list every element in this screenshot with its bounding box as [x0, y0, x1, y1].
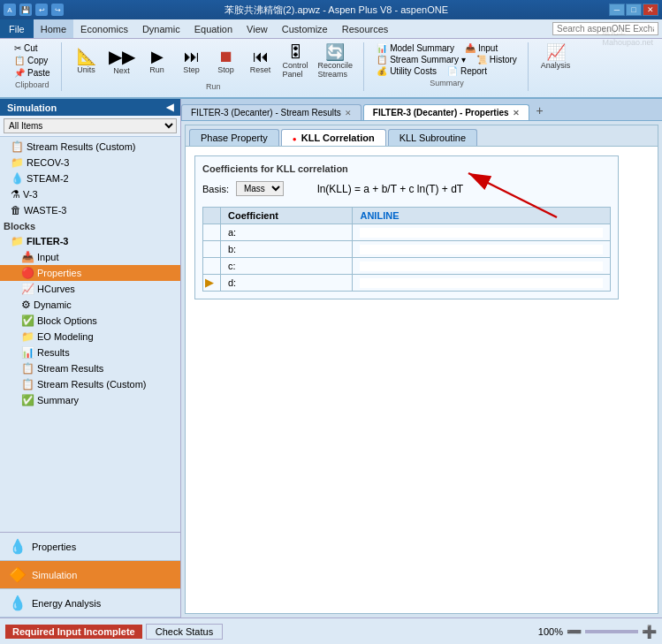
tree-item-recov3[interactable]: 📁 RECOV-3	[0, 155, 180, 170]
sidebar-collapse-icon[interactable]: ◀	[166, 102, 173, 113]
units-button[interactable]: 📐 Units	[71, 47, 103, 76]
table-row: a:	[203, 224, 611, 241]
coeff-b-value[interactable]	[353, 241, 611, 258]
minimize-button[interactable]: ─	[609, 4, 625, 16]
tab-stream-results-close[interactable]: ✕	[345, 109, 352, 117]
tree-item-eo-modeling[interactable]: 📁 EO Modeling	[0, 329, 180, 345]
undo-icon: ↩	[35, 4, 48, 16]
zoom-out-button[interactable]: ➖	[567, 625, 582, 639]
coeff-c-value[interactable]	[353, 258, 611, 275]
menu-file[interactable]: File	[0, 19, 34, 38]
sidebar: Simulation ◀ All Items Blocks Streams 📋 …	[0, 99, 181, 617]
menu-equation[interactable]: Equation	[187, 19, 240, 38]
history-button[interactable]: 📜History	[473, 54, 521, 65]
eo-modeling-icon: 📁	[21, 330, 34, 343]
zoom-in-button[interactable]: ➕	[642, 625, 657, 639]
table-row: ▶ d:	[203, 275, 611, 292]
status-zoom: 100% ➖ ➕	[538, 625, 657, 639]
save-icon: 💾	[19, 4, 32, 16]
sidebar-title: Simulation	[7, 102, 57, 113]
sidebar-filter-select[interactable]: All Items Blocks Streams	[4, 118, 177, 133]
coeff-a-value[interactable]	[353, 224, 611, 241]
tab-properties[interactable]: FILTER-3 (Decanter) - Properties ✕	[363, 104, 529, 120]
menu-resources[interactable]: Resources	[335, 19, 396, 38]
coeff-c-label: c:	[221, 258, 353, 275]
input-button[interactable]: 📥Input	[461, 42, 501, 54]
report-button[interactable]: 📄Report	[444, 65, 491, 77]
table-row: b:	[203, 241, 611, 258]
tree-item-stream-results[interactable]: 📋 Stream Results	[0, 360, 180, 376]
tree-item-hcurves[interactable]: 📈 HCurves	[0, 281, 180, 297]
utility-costs-button[interactable]: 💰Utility Costs	[373, 65, 440, 77]
nav-energy-analysis[interactable]: 💧 Energy Analysis	[0, 589, 180, 617]
reset-button[interactable]: ⏮ Reset	[245, 47, 277, 76]
tree-item-dynamic[interactable]: ⚙ Dynamic	[0, 297, 180, 313]
phase-property-label: Phase Property	[201, 133, 268, 143]
run-button[interactable]: ▶ Run	[141, 47, 173, 76]
title-bar-left: A 💾 ↩ ↪	[4, 4, 64, 16]
col-coefficient: Coefficient	[221, 208, 353, 224]
nav-simulation[interactable]: 🔶 Simulation	[0, 561, 180, 589]
basis-select[interactable]: Mass Mole	[236, 181, 284, 196]
tree-item-filter3[interactable]: 📁 FILTER-3	[0, 233, 180, 249]
tab-stream-results-label: FILTER-3 (Decanter) - Stream Results	[191, 108, 341, 117]
stop-button[interactable]: ⏹ Stop	[210, 47, 242, 76]
tab-add-button[interactable]: +	[531, 101, 549, 120]
control-panel-button[interactable]: 🎛 ControlPanel	[279, 42, 312, 80]
main-area: Simulation ◀ All Items Blocks Streams 📋 …	[0, 99, 662, 617]
next-button[interactable]: ▶▶ Next	[105, 46, 139, 77]
ribbon: ✂Cut 📋Copy 📌Paste Clipboard 📐 Units ▶▶	[0, 39, 662, 99]
summary-label: Summary	[373, 79, 521, 87]
tree-item-summary[interactable]: ✅ Summary	[0, 392, 180, 408]
properties-icon: 🔴	[21, 267, 34, 279]
col-aniline: ANILINE	[353, 208, 611, 224]
tab-stream-results[interactable]: FILTER-3 (Decanter) - Stream Results ✕	[181, 104, 361, 120]
tree-item-stream-results-custom[interactable]: 📋 Stream Results (Custom)	[0, 139, 180, 155]
nav-simulation-label: Simulation	[32, 570, 77, 580]
kll-subroutine-label: KLL Subroutine	[399, 133, 466, 143]
inner-tab-kll-subroutine[interactable]: KLL Subroutine	[388, 129, 477, 146]
basis-row: Basis: Mass Mole ln(KLL) = a + b/T + c l…	[202, 181, 611, 196]
tree-item-properties[interactable]: 🔴 Properties	[0, 265, 180, 281]
menu-home[interactable]: Home	[34, 19, 73, 38]
tree-item-steam2[interactable]: 💧 STEAM-2	[0, 170, 180, 186]
maximize-button[interactable]: □	[626, 4, 642, 16]
inner-tab-phase-property[interactable]: Phase Property	[189, 129, 279, 146]
nav-properties[interactable]: 💧 Properties	[0, 533, 180, 561]
tree-item-v3[interactable]: ⚗ V-3	[0, 186, 180, 202]
coeff-d-value[interactable]	[353, 275, 611, 292]
coeff-d-label: d:	[221, 275, 353, 292]
hcurves-icon: 📈	[21, 283, 34, 295]
analysis-button[interactable]: 📈 Analysis	[537, 42, 574, 72]
tab-properties-close[interactable]: ✕	[513, 109, 520, 117]
reconcile-streams-button[interactable]: 🔄 ReconcileStreams	[315, 42, 357, 80]
stream-summary-button[interactable]: 📋Stream Summary ▾	[373, 54, 469, 65]
tree-item-results[interactable]: 📊 Results	[0, 345, 180, 360]
menu-customize[interactable]: Customize	[275, 19, 335, 38]
tree-item-input[interactable]: 📥 Input	[0, 249, 180, 265]
menu-economics[interactable]: Economics	[73, 19, 135, 38]
tree-item-waste3[interactable]: 🗑 WASTE-3	[0, 202, 180, 218]
zoom-slider[interactable]	[585, 630, 638, 633]
copy-button[interactable]: 📋Copy	[11, 55, 54, 66]
waste3-icon: 🗑	[11, 204, 21, 216]
search-input[interactable]	[552, 22, 658, 35]
menu-view[interactable]: View	[240, 19, 275, 38]
sidebar-tree: 📋 Stream Results (Custom) 📁 RECOV-3 💧 ST…	[0, 137, 180, 532]
summary-icon: ✅	[21, 394, 34, 406]
cut-button[interactable]: ✂Cut	[11, 42, 54, 54]
model-summary-button[interactable]: 📊Model Summary	[373, 42, 458, 54]
input-icon: 📥	[21, 251, 34, 263]
close-button[interactable]: ✕	[643, 4, 658, 16]
paste-button[interactable]: 📌Paste	[11, 67, 54, 79]
tree-item-stream-results-custom2[interactable]: 📋 Stream Results (Custom)	[0, 376, 180, 392]
kll-content: Coefficients for KLL correlation Basis: …	[186, 147, 658, 613]
tree-item-block-options[interactable]: ✅ Block Options	[0, 313, 180, 329]
status-error-label: Required Input Incomplete	[5, 625, 142, 639]
check-status-button[interactable]: Check Status	[146, 624, 223, 640]
inner-tab-kll-correlation[interactable]: ● KLL Correlation	[281, 129, 386, 146]
step-button[interactable]: ⏭ Step	[176, 47, 208, 76]
menu-dynamic[interactable]: Dynamic	[135, 19, 187, 38]
coeff-b-label: b:	[221, 241, 353, 258]
nav-properties-label: Properties	[32, 542, 76, 552]
